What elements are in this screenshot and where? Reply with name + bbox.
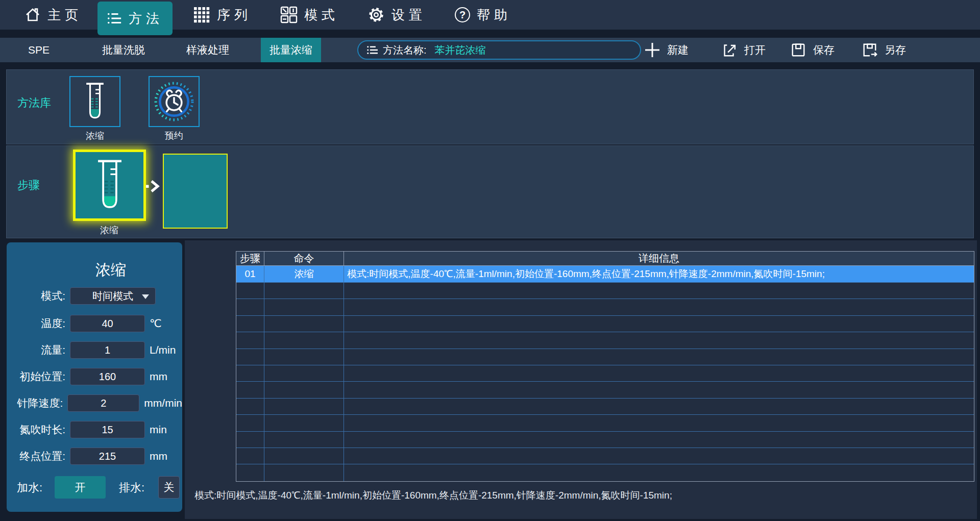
method-name-field[interactable]: 方法名称: 苯并芘浓缩 xyxy=(357,40,641,60)
step-item-label: 浓缩 xyxy=(74,224,145,236)
top-nav: 主页 方法 序列 xyxy=(0,0,980,30)
field-label: 温度: xyxy=(7,316,65,331)
col-detail: 详细信息 xyxy=(344,252,974,265)
field-unit: mm xyxy=(150,450,167,462)
field-start-position: 初始位置: 160 mm xyxy=(7,368,182,385)
col-command: 命令 xyxy=(264,252,344,265)
nav-label: 序列 xyxy=(217,6,252,24)
field-unit: ℃ xyxy=(150,317,162,330)
library-item-label: 浓缩 xyxy=(59,130,131,142)
field-unit: min xyxy=(150,424,167,436)
tab-spe[interactable]: SPE xyxy=(18,38,59,62)
temperature-input[interactable]: 40 xyxy=(70,315,145,332)
open-button[interactable]: 打开 xyxy=(721,38,766,62)
table-row-empty[interactable] xyxy=(236,349,974,365)
start-position-input[interactable]: 160 xyxy=(70,368,145,385)
method-list-icon xyxy=(107,11,122,26)
home-icon xyxy=(24,7,41,23)
water-add-toggle[interactable]: 开 xyxy=(55,476,106,499)
needle-speed-input[interactable]: 2 xyxy=(67,394,139,412)
field-label: 针降速度: xyxy=(7,396,63,410)
save-as-button[interactable]: 另存 xyxy=(862,38,906,62)
library-item-label: 预约 xyxy=(138,130,210,142)
method-library-label: 方法库 xyxy=(17,95,51,111)
library-item-concentrate[interactable] xyxy=(69,76,120,127)
panel-title: 浓缩 xyxy=(7,260,182,281)
table-row-empty[interactable] xyxy=(236,283,974,299)
field-unit: L/min xyxy=(150,344,176,356)
table-row-empty[interactable] xyxy=(236,415,974,431)
tab-batch-concentration[interactable]: 批量浓缩 xyxy=(261,38,321,62)
tab-batch-elution[interactable]: 批量洗脱 xyxy=(88,38,159,62)
nav-item-home[interactable]: 主页 xyxy=(24,0,82,30)
table-header: 步骤 命令 详细信息 xyxy=(236,252,974,266)
field-temperature: 温度: 40 ℃ xyxy=(7,315,182,332)
app-window: 主页 方法 序列 xyxy=(0,0,980,521)
table-row-empty[interactable] xyxy=(236,316,974,332)
table-row-empty[interactable] xyxy=(236,299,974,315)
field-needle-speed: 针降速度: 2 mm/min xyxy=(7,394,182,412)
field-flow: 流量: 1 L/min xyxy=(7,341,182,359)
toggle-row: 加水: 开 排水: 关 xyxy=(7,476,182,499)
step-slot-empty[interactable] xyxy=(163,154,228,229)
nav-item-sequence[interactable]: 序列 xyxy=(193,0,252,30)
field-nitrogen-time: 氮吹时长: 15 min xyxy=(7,421,182,438)
nav-label: 方法 xyxy=(129,10,163,28)
test-tube-icon xyxy=(93,158,127,212)
help-icon: ? xyxy=(455,7,470,22)
nav-item-mode[interactable]: 模式 xyxy=(280,0,339,30)
drain-toggle[interactable]: 关 xyxy=(158,476,180,499)
field-label: 模式: xyxy=(7,289,65,303)
drain-label: 排水: xyxy=(119,480,144,495)
nav-item-settings[interactable]: 设置 xyxy=(368,0,426,30)
table-body: 01 浓缩 模式:时间模式,温度-40℃,流量-1ml/min,初始位置-160… xyxy=(236,266,974,481)
steps-table: 步骤 命令 详细信息 01 浓缩 模式:时间模式,温度-40℃,流量-1ml/m… xyxy=(236,251,974,482)
gear-icon xyxy=(368,6,385,23)
status-text: 模式:时间模式,温度-40℃,流量-1ml/min,初始位置-160mm,终点位… xyxy=(194,489,970,502)
field-mode: 模式: 时间模式 xyxy=(7,287,182,305)
test-tube-icon xyxy=(82,82,108,121)
mode-blocks-icon xyxy=(280,6,298,23)
arrow-next-icon xyxy=(146,180,161,193)
table-row-empty[interactable] xyxy=(236,448,974,464)
table-row-empty[interactable] xyxy=(236,464,974,481)
open-icon xyxy=(721,42,738,58)
sequence-grid-icon xyxy=(193,6,210,23)
steps-section: 步骤 浓缩 xyxy=(6,145,974,238)
table-row-empty[interactable] xyxy=(236,365,974,382)
field-label: 氮吹时长: xyxy=(7,423,65,437)
nitrogen-time-input[interactable]: 15 xyxy=(70,421,145,438)
mode-select[interactable]: 时间模式 xyxy=(70,287,156,305)
library-item-schedule[interactable] xyxy=(149,76,200,127)
nav-label: 主页 xyxy=(47,6,82,24)
table-row-selected[interactable]: 01 浓缩 模式:时间模式,温度-40℃,流量-1ml/min,初始位置-160… xyxy=(236,266,974,283)
plus-icon xyxy=(644,42,660,58)
flow-input[interactable]: 1 xyxy=(70,341,145,359)
nav-label: 帮助 xyxy=(477,6,511,24)
nav-label: 设置 xyxy=(391,6,426,24)
table-row-empty[interactable] xyxy=(236,432,974,448)
field-label: 初始位置: xyxy=(7,369,65,384)
method-name-label: 方法名称: xyxy=(383,43,427,57)
table-row-empty[interactable] xyxy=(236,332,974,349)
end-position-input[interactable]: 215 xyxy=(70,448,145,465)
method-library-section: 方法库 浓缩 xyxy=(6,69,974,144)
method-tab-bar: SPE 批量洗脱 样液处理 批量浓缩 方法名称: 苯并芘浓缩 xyxy=(0,38,980,62)
field-unit: mm xyxy=(150,370,167,383)
step-item-concentrate[interactable] xyxy=(73,150,146,221)
steps-label: 步骤 xyxy=(17,178,40,193)
save-button[interactable]: 保存 xyxy=(790,38,835,62)
alarm-clock-icon xyxy=(153,81,195,122)
field-end-position: 终点位置: 215 mm xyxy=(7,448,182,465)
table-row-empty[interactable] xyxy=(236,382,974,398)
nav-item-help[interactable]: ? 帮助 xyxy=(455,0,511,30)
tab-sample-processing[interactable]: 样液处理 xyxy=(172,38,243,62)
list-icon xyxy=(366,45,378,55)
method-name-value: 苯并芘浓缩 xyxy=(435,43,486,57)
field-unit: mm/min xyxy=(144,397,182,409)
nav-item-method[interactable]: 方法 xyxy=(97,2,173,35)
save-icon xyxy=(790,42,806,58)
table-row-empty[interactable] xyxy=(236,399,974,415)
col-step: 步骤 xyxy=(236,252,264,265)
new-button[interactable]: 新建 xyxy=(644,38,689,62)
